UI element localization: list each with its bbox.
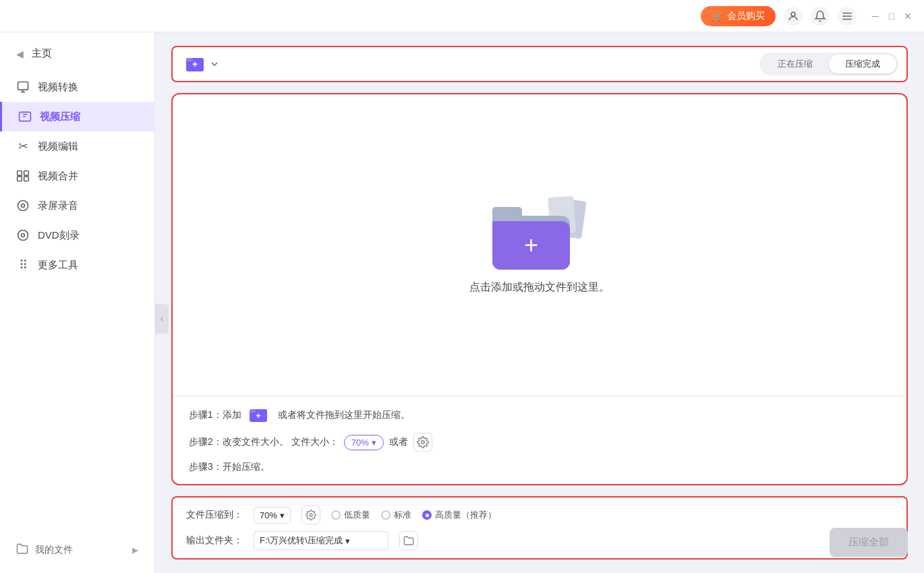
content-area: + 正在压缩 压缩完成 [155,32,924,573]
svg-point-0 [791,12,795,16]
svg-point-21 [310,514,312,516]
folder-tab [492,207,522,217]
step-3-row: 步骤3：开始压缩。 [189,461,890,473]
title-bar: 🛒 会员购买 ─ □ ✕ [0,0,924,32]
menu-icon[interactable] [838,7,857,26]
sidebar-item-label: 视频合并 [38,170,78,183]
sidebar-item-screen-record[interactable]: 录屏录音 [0,191,154,220]
bottom-row-2: 输出文件夹： F:\万兴优转\压缩完成 ▾ [186,531,893,550]
sidebar-item-video-convert[interactable]: 视频转换 [0,72,154,102]
tab-bar: + 正在压缩 压缩完成 [171,46,908,82]
file-size-value: 70% [351,438,369,448]
step-1-row: 步骤1：添加 + 或者将文件拖到这里开始压缩。 [189,407,890,423]
sidebar-collapse-button[interactable]: ‹ [155,304,169,334]
dvd-burn-icon [16,229,30,242]
sidebar-home[interactable]: ◀ 主页 [0,40,154,67]
video-convert-icon [16,80,30,94]
window-controls: ─ □ ✕ [870,11,913,22]
add-file-button[interactable]: + [181,53,224,76]
step1-label: 步骤1：添加 [189,409,241,421]
drop-zone[interactable]: + 点击添加或拖动文件到这里。 [173,94,906,396]
tab-done[interactable]: 压缩完成 [829,55,896,73]
step1-add-icon: + [250,407,270,423]
quality-high[interactable]: 高质量（推荐） [422,509,496,521]
sidebar-item-label: 更多工具 [38,259,78,272]
output-folder-dropdown-icon: ▾ [345,536,350,546]
tab-compressing[interactable]: 正在压缩 [761,55,829,73]
bottom-row-1: 文件压缩到： 70% ▾ 低质量 [186,506,893,524]
video-merge-icon [16,169,30,183]
svg-point-12 [18,231,28,241]
compress-to-dropdown-icon: ▾ [280,510,285,520]
sidebar-item-more-tools[interactable]: ⠿ 更多工具 [0,250,154,280]
output-folder-label: 输出文件夹： [186,535,243,547]
sidebar-item-video-merge[interactable]: 视频合并 [0,161,154,191]
output-folder-path: F:\万兴优转\压缩完成 [260,535,343,547]
file-size-dropdown-icon: ▾ [372,438,376,448]
member-buy-label: 会员购买 [727,10,765,22]
maximize-button[interactable]: □ [886,11,897,22]
tab-buttons: 正在压缩 压缩完成 [759,53,898,76]
member-buy-button[interactable]: 🛒 会员购买 [701,6,776,26]
sidebar-item-dvd-burn[interactable]: DVD刻录 [0,220,154,250]
bell-icon[interactable] [811,7,830,26]
compress-to-label: 文件压缩到： [186,509,243,521]
sidebar-item-video-edit[interactable]: ✂ 视频编辑 [0,131,154,161]
sidebar-item-video-compress[interactable]: 视频压缩 [0,102,154,131]
svg-rect-6 [18,171,22,176]
svg-point-13 [22,234,25,237]
folder-illustration: + [492,195,587,270]
step3-label: 步骤3：开始压缩。 [189,461,270,473]
user-icon[interactable] [784,7,803,26]
quality-low-label: 低质量 [344,509,370,521]
video-edit-icon: ✂ [16,140,30,153]
svg-rect-8 [18,177,22,181]
quality-options: 低质量 标准 高质量（推荐） [331,509,496,521]
more-tools-icon: ⠿ [16,258,30,272]
back-arrow-icon: ◀ [16,49,24,59]
screen-record-icon [16,199,30,212]
compress-settings-button[interactable] [301,506,320,524]
step-2-row: 步骤2：改变文件大小。 文件大小： 70% ▾ 或者 [189,433,890,452]
compress-to-value: 70% [260,510,277,520]
bottom-bar: 文件压缩到： 70% ▾ 低质量 [171,496,908,560]
main-layout: ◀ 主页 视频转换 视频压缩 ✂ 视频编辑 [0,32,924,573]
compress-all-button[interactable]: 压缩全部 [830,528,908,557]
compress-to-select[interactable]: 70% ▾ [254,507,291,524]
cart-icon: 🛒 [712,11,723,22]
output-folder-select[interactable]: F:\万兴优转\压缩完成 ▾ [254,531,388,550]
step1-suffix: 或者将文件拖到这里开始压缩。 [278,409,410,421]
my-files-label: 我的文件 [35,544,73,556]
home-label: 主页 [32,47,52,60]
minimize-button[interactable]: ─ [870,11,881,22]
quality-low[interactable]: 低质量 [331,509,370,521]
sidebar-item-label: 视频转换 [38,81,78,94]
svg-point-20 [421,441,424,444]
folder-plus-icon: + [524,233,538,258]
my-files-arrow-icon: ▶ [132,545,138,555]
svg-text:+: + [192,59,198,69]
sidebar-item-label: 视频编辑 [38,140,78,153]
sidebar-my-files[interactable]: 我的文件 ▶ [0,535,154,565]
close-button[interactable]: ✕ [902,11,913,22]
quality-high-label: 高质量（推荐） [435,509,496,521]
advanced-settings-button[interactable] [413,433,432,452]
sidebar-item-label: DVD刻录 [38,229,80,242]
video-compress-icon [18,110,32,123]
file-size-select[interactable]: 70% ▾ [344,435,384,450]
step2-or: 或者 [389,436,408,448]
drop-zone-label: 点击添加或拖动文件到这里。 [469,280,610,295]
drop-zone-container: + 点击添加或拖动文件到这里。 步骤1：添加 + [171,93,908,485]
radio-low-icon [331,510,341,520]
quality-standard-label: 标准 [394,509,411,521]
radio-standard-icon [381,510,391,520]
step2-label: 步骤2：改变文件大小。 文件大小： [189,436,339,448]
output-folder-browse-button[interactable] [399,531,418,550]
sidebar: ◀ 主页 视频转换 视频压缩 ✂ 视频编辑 [0,32,155,573]
svg-rect-9 [24,177,29,181]
svg-rect-4 [18,82,28,90]
quality-standard[interactable]: 标准 [381,509,411,521]
folder-front: + [492,221,570,270]
svg-text:+: + [256,411,261,421]
radio-high-icon [422,510,432,520]
